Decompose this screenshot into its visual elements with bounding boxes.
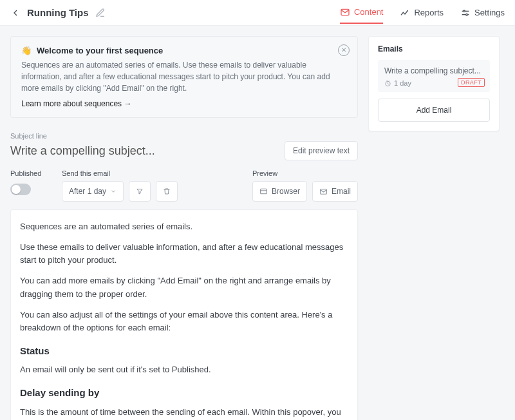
page-title: Running Tips (27, 7, 89, 18)
status-badge: DRAFT (458, 78, 485, 87)
svg-point-4 (466, 14, 468, 15)
svg-rect-5 (261, 189, 267, 194)
banner-body: Sequences are an automated series of ema… (21, 59, 347, 94)
nav-settings[interactable]: Settings (460, 3, 505, 23)
banner-learn-more-link[interactable]: Learn more about sequences → (21, 99, 347, 108)
send-this-email-label: Send this email (62, 169, 191, 177)
preview-email-label: Email (332, 187, 351, 196)
nav-settings-label: Settings (474, 8, 505, 17)
body-paragraph: You can also adjust all of the settings … (20, 309, 348, 334)
body-paragraph: You can add more emails by clicking "Add… (20, 274, 348, 300)
published-toggle[interactable] (10, 184, 31, 195)
edit-title-icon[interactable] (95, 8, 106, 18)
body-paragraph: Sequences are an automated series of ema… (20, 220, 348, 233)
email-item-title: Write a compelling subject... (384, 66, 483, 75)
email-body-textarea[interactable]: Sequences are an automated series of ema… (11, 210, 357, 420)
email-list-item[interactable]: Write a compelling subject... 1 day DRAF… (378, 60, 490, 92)
clock-icon (384, 80, 391, 87)
preview-label: Preview (252, 169, 358, 177)
filter-button[interactable] (129, 181, 151, 202)
email-editor: Sequences are an automated series of ema… (10, 209, 358, 420)
preview-browser-label: Browser (272, 187, 300, 196)
nav-content[interactable]: Content (340, 2, 384, 24)
delete-button[interactable] (156, 181, 178, 202)
body-paragraph: Use these emails to deliver valuable inf… (20, 241, 348, 267)
banner-title: Welcome to your first sequence (37, 46, 163, 55)
published-label: Published (10, 169, 62, 177)
email-item-delay: 1 day (394, 79, 411, 87)
emails-panel: Emails Write a compelling subject... 1 d… (368, 36, 500, 131)
send-delay-dropdown[interactable]: After 1 day (62, 181, 124, 202)
trash-icon (163, 187, 171, 196)
nav-reports-label: Reports (414, 8, 444, 17)
filter-icon (136, 187, 144, 196)
edit-preview-text-button[interactable]: Edit preview text (285, 141, 358, 160)
nav-content-label: Content (354, 7, 384, 17)
svg-point-3 (464, 10, 465, 12)
subject-input[interactable] (10, 144, 229, 158)
back-icon[interactable] (10, 8, 21, 18)
wave-icon: 👋 (21, 46, 32, 55)
body-paragraph: This is the amount of time between the s… (20, 406, 348, 420)
add-email-button[interactable]: Add Email (378, 99, 490, 122)
welcome-banner: ✕ 👋 Welcome to your first sequence Seque… (10, 36, 358, 118)
mail-icon (319, 187, 328, 196)
preview-browser-button[interactable]: Browser (252, 181, 307, 202)
send-delay-value: After 1 day (69, 187, 106, 196)
body-heading-delay: Delay sending by (20, 385, 348, 400)
body-heading-status: Status (20, 343, 348, 358)
close-icon[interactable]: ✕ (338, 44, 350, 56)
chevron-down-icon (110, 188, 117, 195)
browser-icon (259, 187, 268, 196)
preview-email-button[interactable]: Email (312, 181, 358, 202)
emails-heading: Emails (378, 44, 490, 53)
body-paragraph: An email will only be sent out if it's s… (20, 363, 348, 376)
nav-reports[interactable]: Reports (400, 3, 444, 23)
subject-line-label: Subject line (10, 132, 358, 140)
